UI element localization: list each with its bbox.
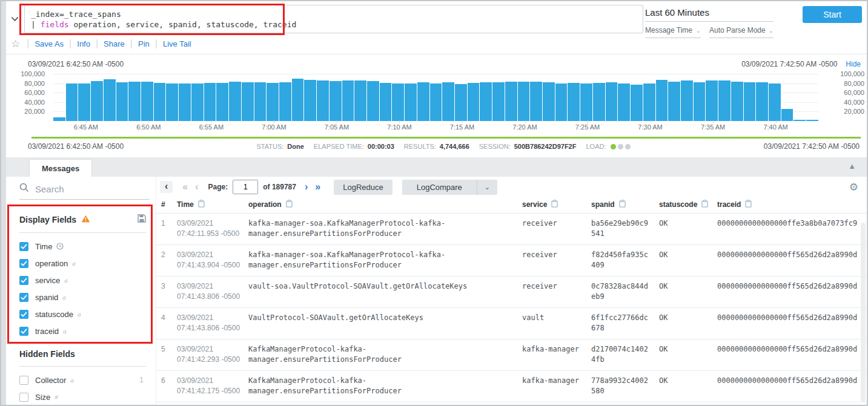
start-button[interactable]: Start xyxy=(803,6,862,23)
action-link-pin[interactable]: Pin xyxy=(138,39,150,48)
status-value: Done xyxy=(287,143,304,150)
last-page-button[interactable]: » xyxy=(315,182,320,192)
histogram-plot[interactable] xyxy=(53,74,818,121)
timestamp-type-dropdown[interactable]: Message Time⌄ xyxy=(645,22,701,38)
link-separator: | xyxy=(27,38,29,49)
cell-statuscode: OK xyxy=(659,344,717,365)
load-indicator xyxy=(611,144,631,149)
hidden-fields-list: Collectora1Size# xyxy=(19,372,150,405)
action-link-live-tail[interactable]: Live Tail xyxy=(163,39,191,48)
clipboard-icon[interactable] xyxy=(619,200,626,209)
display-fields-list: Timeoperationaserviceaspanidastatuscodea… xyxy=(19,238,150,339)
checkbox-traceid[interactable] xyxy=(19,327,28,336)
x-tick-mark xyxy=(274,120,274,123)
histogram-bar xyxy=(292,79,304,121)
load-dot xyxy=(625,144,631,149)
cell-traceid: 0000000000000000ff565d26d2a8990d xyxy=(717,344,867,365)
page-input[interactable] xyxy=(233,180,258,194)
checkbox-time[interactable] xyxy=(19,242,28,251)
table-row[interactable]: 303/09/2021 07:41:43.806 -0500vault-soa.… xyxy=(156,277,867,308)
histogram-bar xyxy=(405,83,417,121)
clipboard-icon[interactable] xyxy=(198,200,205,209)
checkbox-collector[interactable] xyxy=(19,376,28,385)
settings-gear-icon[interactable]: ⚙ xyxy=(849,181,858,194)
collapse-sidebar-icon[interactable]: ‹ xyxy=(160,181,173,193)
action-link-info[interactable]: Info xyxy=(77,39,90,48)
y-tick-label: 80,000 xyxy=(6,80,50,87)
column-header-Time[interactable]: Time xyxy=(177,200,248,209)
favorite-star-icon[interactable]: ☆ xyxy=(11,38,20,50)
checkbox-spanid[interactable] xyxy=(19,293,28,302)
string-type-icon: a xyxy=(72,260,76,267)
parse-mode-dropdown[interactable]: Auto Parse Mode⌄ xyxy=(709,22,774,38)
checkbox-size[interactable] xyxy=(19,393,28,402)
logcompare-dropdown-icon[interactable]: ⌄ xyxy=(477,180,497,195)
status-bar: 03/09/2021 6:42:50 AM -0500 STATUS: Done… xyxy=(6,139,867,151)
column-header-num[interactable]: # xyxy=(161,200,177,209)
chart-end-time: 03/09/2021 7:42:50 AM -0500 xyxy=(741,60,837,68)
save-fields-icon[interactable] xyxy=(137,214,146,225)
number-type-icon: # xyxy=(55,393,58,401)
column-header-label: operation xyxy=(248,200,282,209)
field-row-size: Size# xyxy=(19,388,150,405)
cell-statuscode: OK xyxy=(659,376,717,396)
checkbox-statuscode[interactable] xyxy=(19,310,28,319)
table-row[interactable]: 603/09/2021 07:41:42.175 -0500KafkaManag… xyxy=(156,371,867,402)
logreduce-button[interactable]: LogReduce xyxy=(334,180,393,195)
field-label: Time xyxy=(35,242,52,251)
action-link-save-as[interactable]: Save As xyxy=(35,39,64,48)
vertical-scrollbar[interactable] xyxy=(861,223,866,402)
logcompare-button[interactable]: LogCompare xyxy=(402,180,477,195)
histogram-section: 03/09/2021 6:42:50 AM -0500 03/09/2021 7… xyxy=(6,54,867,157)
histogram-bar xyxy=(104,79,116,121)
checkbox-service[interactable] xyxy=(19,276,28,285)
table-row[interactable]: 103/09/2021 07:42:11.953 -0500kafka-mana… xyxy=(156,214,867,245)
column-header-service[interactable]: service xyxy=(522,200,591,209)
cell-time: 03/09/2021 07:41:42.293 -0500 xyxy=(177,344,248,365)
column-header-operation[interactable]: operation xyxy=(248,200,522,209)
hide-histogram-link[interactable]: Hide xyxy=(846,60,861,68)
field-row-collector: Collectora1 xyxy=(19,372,150,388)
x-tick-mark xyxy=(713,120,714,123)
row-number: 2 xyxy=(161,250,177,270)
yaxis-right: 100,00080,00060,00040,00020,000 xyxy=(821,74,864,121)
query-expand-chevron-icon[interactable] xyxy=(11,13,19,24)
cell-spanid: d2170074c14024fb xyxy=(591,344,659,365)
column-header-traceid[interactable]: traceid xyxy=(717,200,867,209)
table-row[interactable]: 203/09/2021 07:41:43.904 -0500kafka-mana… xyxy=(156,245,867,277)
collapse-panel-icon[interactable]: ▲ xyxy=(848,162,856,171)
column-header-statuscode[interactable]: statuscode xyxy=(659,200,717,209)
clipboard-icon[interactable] xyxy=(701,200,708,209)
clipboard-icon[interactable] xyxy=(551,200,558,209)
histogram-bar xyxy=(580,83,592,121)
next-page-button[interactable]: › xyxy=(305,182,308,192)
checkbox-operation[interactable] xyxy=(19,259,28,268)
column-header-spanid[interactable]: spanid xyxy=(591,200,659,209)
field-row-spanid: spanida xyxy=(19,289,150,306)
table-row[interactable]: 503/09/2021 07:41:42.293 -0500KafkaManag… xyxy=(156,339,867,371)
table-row[interactable]: 703/09/2021 07:41:42.121 -0500VaultProto… xyxy=(156,402,867,405)
action-link-share[interactable]: Share xyxy=(104,39,125,48)
x-tick-label: 7:40 AM xyxy=(763,123,787,131)
histogram-bar xyxy=(66,83,78,121)
search-input[interactable] xyxy=(35,184,132,194)
table-row[interactable]: 403/09/2021 07:41:43.806 -0500VaultProto… xyxy=(156,308,867,339)
histogram-bar xyxy=(731,82,743,121)
cell-time: 03/09/2021 07:41:43.904 -0500 xyxy=(177,250,248,270)
x-tick-label: 7:10 AM xyxy=(387,123,411,131)
tab-messages[interactable]: Messages xyxy=(29,159,92,177)
x-tick-label: 7:20 AM xyxy=(512,123,537,131)
query-input[interactable]: _index=_trace_spans | fields operation, … xyxy=(24,5,643,33)
histogram-bar xyxy=(555,83,568,121)
cell-traceid: 0000000000000000ff565d26d2a8990d xyxy=(717,376,867,396)
previous-page-button[interactable]: ‹ xyxy=(195,182,198,192)
xaxis: 6:45 AM6:50 AM6:55 AM7:00 AM7:05 AM7:10 … xyxy=(53,121,818,132)
time-range-selector[interactable]: Last 60 Minutes xyxy=(645,6,774,22)
clipboard-icon[interactable] xyxy=(745,200,752,209)
column-header-label: traceid xyxy=(717,200,741,209)
histogram-bar xyxy=(681,80,693,121)
first-page-button[interactable]: « xyxy=(182,182,188,192)
histogram-bar xyxy=(216,83,228,121)
histogram-bar xyxy=(505,82,517,121)
clipboard-icon[interactable] xyxy=(286,200,293,209)
